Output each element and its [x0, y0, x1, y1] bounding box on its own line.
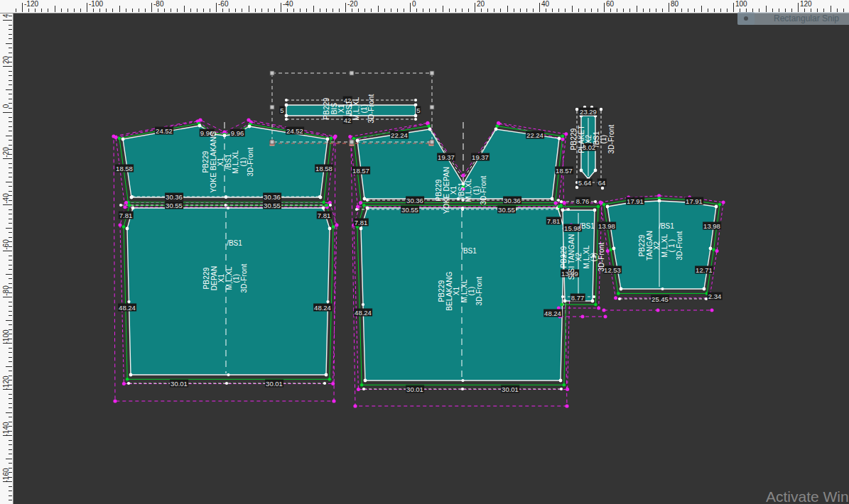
point-marker[interactable] — [601, 187, 604, 190]
point-marker[interactable] — [594, 200, 597, 203]
point-marker[interactable] — [561, 135, 565, 138]
point-marker[interactable] — [355, 208, 358, 211]
point-marker[interactable] — [557, 307, 561, 310]
point-marker[interactable] — [510, 388, 513, 390]
point-marker[interactable] — [198, 124, 202, 128]
point-marker[interactable] — [609, 248, 612, 252]
point-marker[interactable] — [414, 118, 417, 121]
point-marker[interactable] — [362, 388, 365, 390]
point-marker[interactable] — [225, 195, 227, 198]
point-marker[interactable] — [366, 207, 369, 210]
point-marker[interactable] — [428, 128, 432, 131]
point-marker[interactable] — [560, 303, 563, 307]
point-marker[interactable] — [119, 223, 122, 226]
point-marker[interactable] — [602, 203, 606, 207]
point-marker[interactable] — [366, 199, 369, 202]
point-marker[interactable] — [348, 135, 352, 138]
point-marker[interactable] — [577, 200, 580, 203]
point-marker[interactable] — [514, 208, 517, 211]
point-marker[interactable] — [352, 223, 355, 226]
point-marker[interactable] — [328, 378, 332, 381]
point-marker[interactable] — [558, 205, 561, 209]
point-marker[interactable] — [176, 382, 179, 385]
point-marker[interactable] — [562, 254, 565, 257]
piece-depan[interactable] — [127, 208, 330, 375]
marquee-handle[interactable] — [430, 105, 434, 109]
point-marker[interactable] — [590, 106, 593, 109]
point-marker[interactable] — [285, 99, 288, 102]
point-marker[interactable] — [225, 382, 228, 385]
point-marker[interactable] — [620, 287, 623, 291]
point-marker[interactable] — [274, 382, 277, 385]
point-marker[interactable] — [599, 201, 602, 204]
point-marker[interactable] — [560, 388, 563, 390]
point-marker[interactable] — [350, 99, 352, 102]
point-marker[interactable] — [718, 203, 722, 207]
point-marker[interactable] — [124, 201, 128, 204]
point-marker[interactable] — [411, 388, 414, 390]
point-marker[interactable] — [705, 292, 709, 295]
point-marker[interactable] — [703, 287, 706, 291]
point-marker[interactable] — [285, 104, 288, 107]
point-marker[interactable] — [658, 199, 661, 203]
point-marker[interactable] — [601, 181, 604, 184]
point-marker[interactable] — [360, 383, 364, 387]
point-marker[interactable] — [127, 300, 130, 303]
point-marker[interactable] — [618, 297, 621, 300]
point-marker[interactable] — [592, 254, 595, 257]
point-marker[interactable] — [494, 128, 498, 131]
point-marker[interactable] — [558, 315, 562, 319]
point-marker[interactable] — [322, 201, 325, 204]
point-marker[interactable] — [566, 388, 569, 391]
point-marker[interactable] — [567, 208, 570, 211]
point-marker[interactable] — [461, 208, 464, 211]
point-marker[interactable] — [271, 195, 274, 198]
point-marker[interactable] — [364, 379, 367, 383]
point-marker[interactable] — [114, 136, 118, 139]
piece-belakang[interactable] — [361, 208, 564, 380]
point-marker[interactable] — [661, 297, 664, 300]
point-marker[interactable] — [234, 133, 238, 136]
point-marker[interactable] — [119, 204, 122, 207]
point-marker[interactable] — [318, 195, 321, 198]
point-marker[interactable] — [212, 133, 215, 136]
piece-bis[interactable] — [286, 105, 416, 116]
point-marker[interactable] — [593, 209, 597, 212]
point-marker[interactable] — [362, 303, 364, 306]
point-marker[interactable] — [563, 201, 566, 204]
point-marker[interactable] — [113, 399, 117, 402]
point-marker[interactable] — [715, 205, 718, 209]
point-marker[interactable] — [172, 204, 175, 207]
point-marker[interactable] — [461, 173, 465, 177]
point-marker[interactable] — [128, 204, 131, 207]
point-marker[interactable] — [457, 197, 460, 200]
point-marker[interactable] — [330, 137, 333, 141]
point-marker[interactable] — [594, 169, 597, 172]
point-marker[interactable] — [333, 136, 337, 139]
point-marker[interactable] — [554, 202, 558, 205]
point-marker[interactable] — [285, 114, 288, 118]
point-marker[interactable] — [581, 315, 585, 319]
point-marker[interactable] — [588, 181, 591, 184]
point-marker[interactable] — [575, 186, 578, 189]
point-marker[interactable] — [661, 287, 664, 290]
point-marker[interactable] — [563, 383, 566, 387]
point-marker[interactable] — [685, 201, 688, 204]
point-marker[interactable] — [509, 199, 512, 202]
point-marker[interactable] — [557, 199, 560, 202]
point-marker[interactable] — [631, 201, 634, 204]
piece-tangan[interactable] — [607, 201, 716, 289]
point-marker[interactable] — [325, 204, 328, 207]
point-marker[interactable] — [445, 155, 448, 158]
point-marker[interactable] — [224, 204, 227, 207]
point-marker[interactable] — [563, 300, 567, 303]
marquee-handle[interactable] — [430, 71, 434, 75]
point-marker[interactable] — [362, 204, 366, 207]
point-marker[interactable] — [131, 207, 135, 210]
point-marker[interactable] — [414, 104, 418, 107]
point-marker[interactable] — [359, 201, 362, 204]
point-marker[interactable] — [580, 169, 583, 172]
point-marker[interactable] — [712, 248, 715, 252]
point-marker[interactable] — [356, 225, 359, 229]
marquee-handle[interactable] — [350, 71, 354, 75]
